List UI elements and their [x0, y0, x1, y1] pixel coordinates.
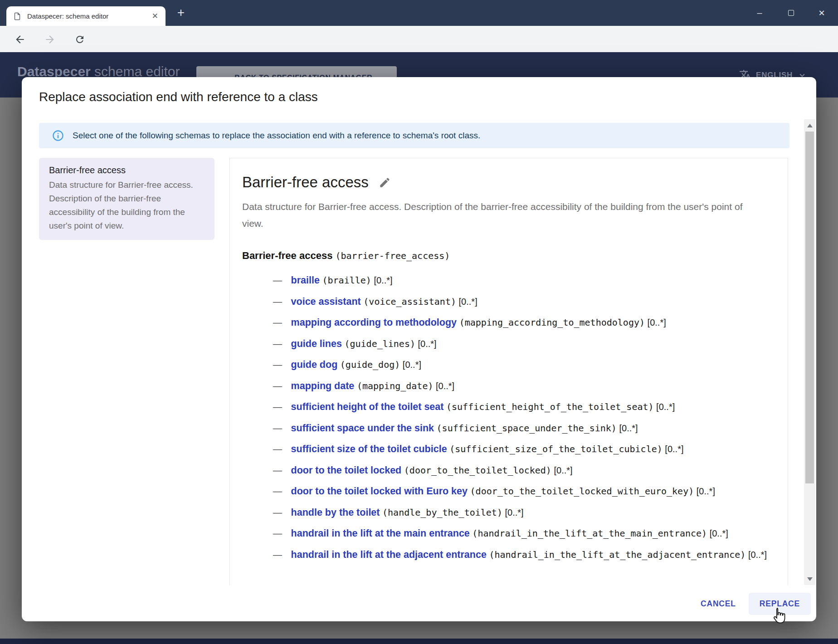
dialog-footer: CANCEL REPLACE	[22, 586, 816, 621]
reload-icon	[74, 34, 85, 45]
attribute-cardinality: [0..*]	[656, 402, 675, 412]
schema-detail-description: Data structure for Barrier-free access. …	[242, 198, 764, 232]
attribute-name-link[interactable]: handrail in the lift at the adjacent ent…	[291, 549, 487, 560]
forward-arrow-icon	[44, 34, 56, 45]
attribute-name-link[interactable]: door to the toilet locked with Euro key	[291, 486, 468, 497]
attribute-list-item: sufficient space under the sink (suffici…	[273, 418, 772, 439]
browser-toolbar: https://demo.dataspecer.com/editor/?data…	[0, 26, 838, 52]
new-tab-button[interactable]: +	[174, 5, 188, 21]
attribute-name-link[interactable]: sufficient size of the toilet cubicle	[291, 444, 447, 454]
attribute-cardinality: [0..*]	[665, 444, 683, 454]
root-class-technical-label: (barrier-free_access)	[336, 250, 450, 261]
attribute-name-link[interactable]: handrail in the lift at the main entranc…	[291, 528, 470, 539]
back-button[interactable]	[13, 32, 27, 47]
schema-list-item-selected[interactable]: Barrier-free access Data structure for B…	[39, 158, 214, 240]
attribute-name-link[interactable]: sufficient space under the sink	[291, 423, 434, 434]
attribute-name-link[interactable]: guide dog	[291, 359, 338, 370]
window-maximize-button[interactable]	[780, 0, 801, 26]
attribute-list-item: sufficient height of the toilet seat (su…	[273, 396, 772, 418]
attribute-list-item: voice assistant (voice_assistant) [0..*]	[273, 291, 772, 312]
attribute-list-item: handrail in the lift at the main entranc…	[273, 523, 772, 544]
attribute-technical-label: (voice_assistant)	[363, 296, 456, 307]
scrollbar-up-arrow[interactable]	[804, 119, 815, 132]
attribute-cardinality: [0..*]	[418, 339, 437, 349]
attribute-name-link[interactable]: voice assistant	[291, 296, 361, 307]
attribute-list-item: mapping date (mapping_date) [0..*]	[273, 376, 772, 397]
attribute-technical-label: (mapping_according_to_methodology)	[459, 317, 645, 328]
attribute-technical-label: (handle_by_the_toilet)	[382, 507, 502, 518]
attribute-technical-label: (door_to_the_toilet_locked_with_euro_key…	[470, 486, 694, 497]
edit-pencil-icon[interactable]	[379, 176, 391, 189]
info-icon	[52, 129, 64, 142]
schema-card-description: Data structure for Barrier-free access. …	[49, 178, 205, 233]
attribute-cardinality: [0..*]	[748, 550, 767, 560]
attribute-cardinality: [0..*]	[436, 381, 454, 391]
attribute-cardinality: [0..*]	[505, 507, 524, 517]
attribute-technical-label: (sufficient_height_of_the_toilet_seat)	[446, 401, 654, 412]
attribute-cardinality: [0..*]	[403, 360, 421, 370]
browser-window: Dataspecer: schema editor ✕ + – ✕ https:…	[0, 0, 838, 644]
replace-association-dialog: Replace association end with reference t…	[22, 77, 816, 621]
dialog-scroll-area: Select one of the following schemas to r…	[22, 119, 804, 585]
attribute-technical-label: (door_to_the_toilet_locked)	[404, 465, 551, 476]
attribute-technical-label: (sufficient_size_of_the_toilet_cubicle)	[449, 444, 663, 454]
back-arrow-icon	[14, 34, 26, 45]
attribute-technical-label: (guide_dog)	[340, 359, 400, 370]
scrollbar-thumb[interactable]	[805, 132, 814, 483]
attribute-technical-label: (handrail_in_the_lift_at_the_adjacent_en…	[489, 549, 745, 560]
tab-close-icon[interactable]: ✕	[150, 11, 160, 21]
attribute-list-item: braille (braille) [0..*]	[273, 270, 772, 291]
forward-button[interactable]	[43, 32, 57, 47]
attribute-name-link[interactable]: door to the toilet locked	[291, 465, 402, 476]
tab-title: Dataspecer: schema editor	[27, 12, 150, 20]
schema-card-title: Barrier-free access	[49, 165, 205, 176]
attribute-cardinality: [0..*]	[710, 528, 728, 538]
root-class-line: Barrier-free access (barrier-free_access…	[242, 250, 777, 262]
attribute-cardinality: [0..*]	[619, 423, 638, 433]
attribute-list: braille (braille) [0..*] voice assistant…	[273, 270, 772, 565]
attribute-list-item: mapping according to methodology (mappin…	[273, 312, 772, 333]
cancel-button[interactable]: CANCEL	[692, 593, 745, 615]
schema-detail-title: Barrier-free access	[242, 174, 369, 191]
hand-cursor	[770, 607, 788, 629]
attribute-list-item: guide dog (guide_dog) [0..*]	[273, 354, 772, 376]
attribute-list-item: handrail in the lift at the adjacent ent…	[273, 544, 772, 566]
window-close-button[interactable]: ✕	[811, 0, 832, 26]
attribute-list-item: sufficient size of the toilet cubicle (s…	[273, 439, 772, 460]
attribute-list-item: door to the toilet locked with Euro key …	[273, 481, 772, 502]
dialog-title: Replace association end with reference t…	[39, 90, 318, 104]
attribute-cardinality: [0..*]	[648, 317, 666, 327]
scrollbar-down-arrow[interactable]	[804, 573, 815, 585]
attribute-cardinality: [0..*]	[459, 297, 477, 307]
attribute-name-link[interactable]: sufficient height of the toilet seat	[291, 401, 444, 412]
browser-tab[interactable]: Dataspecer: schema editor ✕	[6, 6, 166, 26]
window-minimize-button[interactable]: –	[749, 0, 770, 26]
attribute-list-item: guide lines (guide_lines) [0..*]	[273, 333, 772, 355]
attribute-name-link[interactable]: guide lines	[291, 338, 342, 349]
reload-button[interactable]	[73, 32, 87, 47]
attribute-technical-label: (guide_lines)	[344, 338, 415, 349]
attribute-list-item: door to the toilet locked (door_to_the_t…	[273, 460, 772, 481]
attribute-name-link[interactable]: mapping according to methodology	[291, 317, 457, 328]
root-class-label: Barrier-free access	[242, 250, 332, 261]
info-banner: Select one of the following schemas to r…	[39, 123, 789, 148]
info-banner-text: Select one of the following schemas to r…	[73, 131, 480, 141]
page-favicon-icon	[13, 11, 22, 21]
attribute-name-link[interactable]: braille	[291, 275, 320, 286]
attribute-technical-label: (handrail_in_the_lift_at_the_main_entran…	[472, 528, 707, 539]
attribute-technical-label: (sufficient_space_under_the_sink)	[437, 423, 617, 434]
attribute-technical-label: (mapping_date)	[357, 381, 434, 391]
browser-tab-bar: Dataspecer: schema editor ✕ + – ✕	[0, 0, 838, 26]
maximize-icon	[788, 10, 794, 16]
attribute-list-item: handle by the toilet (handle_by_the_toil…	[273, 502, 772, 523]
attribute-name-link[interactable]: mapping date	[291, 381, 355, 391]
dialog-scrollbar[interactable]	[804, 119, 815, 585]
attribute-technical-label: (braille)	[322, 275, 371, 286]
app-footer-dimmed	[0, 639, 838, 644]
attribute-cardinality: [0..*]	[554, 465, 572, 475]
attribute-cardinality: [0..*]	[374, 275, 392, 285]
schema-detail-panel: Barrier-free access Data structure for B…	[229, 158, 788, 585]
attribute-cardinality: [0..*]	[697, 486, 715, 496]
attribute-name-link[interactable]: handle by the toilet	[291, 507, 380, 518]
